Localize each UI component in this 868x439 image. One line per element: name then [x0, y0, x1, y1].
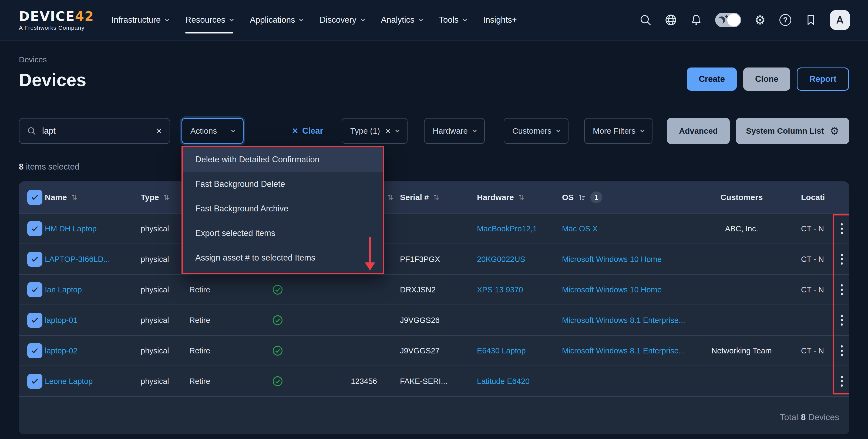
nav-resources[interactable]: Resources: [185, 0, 233, 40]
hero-buttons: Create Clone Report: [687, 67, 849, 91]
menu-item-delete-detailed[interactable]: Delete with Detailed Confirmation: [183, 147, 383, 172]
hardware-link[interactable]: MacBookPro12,1: [477, 224, 537, 233]
table-header-row: Name⇅ Type⇅ ⇅ Serial #⇅ Hardware⇅ OS 1 C…: [19, 182, 849, 214]
column-header-serial[interactable]: Serial #⇅: [400, 193, 439, 202]
user-avatar[interactable]: A: [830, 10, 850, 30]
table-row: laptop-01 physical Retire J9VGGS26 Micro…: [19, 305, 849, 336]
column-header-type[interactable]: Type⇅: [141, 193, 169, 202]
hardware-link[interactable]: 20KG0022US: [477, 255, 525, 263]
row-menu-kebab-icon[interactable]: [837, 312, 847, 329]
column-header-hardware[interactable]: Hardware⇅: [477, 193, 524, 202]
row-checkbox[interactable]: [27, 282, 42, 297]
os-sort-priority-badge: 1: [590, 191, 602, 203]
clone-button[interactable]: Clone: [743, 67, 790, 91]
search-icon[interactable]: [639, 13, 652, 27]
os-link[interactable]: Mac OS X: [562, 224, 598, 233]
clear-search-icon[interactable]: ×: [156, 126, 162, 136]
theme-toggle[interactable]: [715, 13, 741, 27]
os-link[interactable]: Microsoft Windows 10 Home: [562, 255, 662, 263]
nav-analytics[interactable]: Analytics: [381, 0, 423, 40]
device-search-input[interactable]: [42, 126, 150, 136]
system-column-list-button[interactable]: System Column List⚙: [736, 118, 849, 144]
device-name-link[interactable]: HM DH Laptop: [45, 224, 97, 233]
menu-item-assign-asset[interactable]: Assign asset # to selected Items: [183, 245, 383, 270]
chevron-down-icon: [463, 17, 467, 21]
row-checkbox[interactable]: [27, 343, 42, 358]
moon-icon: [718, 17, 725, 24]
device-search-box: ×: [19, 118, 170, 144]
clear-filters-link[interactable]: ×Clear: [292, 118, 323, 144]
menu-item-fast-delete[interactable]: Fast Background Delete: [183, 172, 383, 196]
devices-table: Name⇅ Type⇅ ⇅ Serial #⇅ Hardware⇅ OS 1 C…: [19, 182, 849, 434]
main-nav: Infrastructure Resources Applications Di…: [111, 0, 517, 40]
hardware-filter[interactable]: Hardware: [424, 118, 485, 144]
chevron-down-icon: [165, 17, 169, 21]
customers-filter[interactable]: Customers: [504, 118, 568, 144]
hardware-link[interactable]: XPS 13 9370: [477, 285, 523, 294]
type-filter[interactable]: Type (1)×: [342, 118, 407, 144]
device-name-link[interactable]: laptop-01: [45, 316, 78, 324]
table-row: laptop-02 physical Retire J9VGGS27 E6430…: [19, 336, 849, 366]
os-link[interactable]: Microsoft Windows 10 Home: [562, 285, 662, 294]
table-row: Leone Laptop physical Retire 123456 FAKE…: [19, 366, 849, 397]
nav-tools[interactable]: Tools: [439, 0, 466, 40]
row-checkbox[interactable]: [27, 252, 42, 267]
chevron-down-icon: [361, 17, 365, 21]
sort-icon: ⇅: [518, 193, 524, 201]
sort-icon: ⇅: [387, 193, 393, 201]
device-name-link[interactable]: LAPTOP-3I66LD...: [45, 255, 110, 263]
remove-type-filter-icon[interactable]: ×: [385, 127, 391, 135]
column-header-hidden-sort[interactable]: ⇅: [387, 193, 393, 201]
row-checkbox[interactable]: [27, 374, 42, 389]
verified-check-icon: [272, 314, 284, 326]
menu-item-fast-archive[interactable]: Fast Background Archive: [183, 196, 383, 221]
table-row: LAPTOP-3I66LD... physical PF1F3PGX 20KG0…: [19, 244, 849, 275]
actions-dropdown-button[interactable]: Actions: [182, 118, 244, 144]
menu-item-export[interactable]: Export selected items: [183, 221, 383, 245]
row-menu-kebab-icon[interactable]: [837, 220, 847, 237]
more-filters-button[interactable]: More Filters: [584, 118, 652, 144]
device-name-link[interactable]: laptop-02: [45, 346, 78, 355]
row-checkbox[interactable]: [27, 221, 42, 236]
help-icon[interactable]: ?: [779, 13, 792, 27]
navbar-icon-group: ⚙ ? A: [639, 10, 850, 30]
nav-applications[interactable]: Applications: [250, 0, 303, 40]
column-header-name[interactable]: Name⇅: [45, 193, 77, 202]
settings-gear-icon[interactable]: ⚙: [753, 13, 767, 27]
chevron-down-icon: [418, 17, 423, 21]
table-row: Ian Laptop physical Retire DRXJSN2 XPS 1…: [19, 275, 849, 305]
advanced-button[interactable]: Advanced: [667, 118, 730, 144]
column-header-customers[interactable]: Customers: [697, 193, 786, 202]
column-header-location[interactable]: Locati: [801, 193, 832, 202]
search-icon: [27, 126, 36, 135]
device42-logo[interactable]: DEVICE42 A Freshworks Company: [19, 10, 94, 31]
bookmark-icon[interactable]: [804, 13, 817, 27]
breadcrumb[interactable]: Devices: [19, 55, 47, 64]
os-link[interactable]: Microsoft Windows 8.1 Enterprise...: [562, 346, 685, 355]
column-header-os[interactable]: OS 1: [562, 191, 602, 203]
hardware-link[interactable]: Latitude E6420: [477, 377, 530, 385]
row-checkbox[interactable]: [27, 313, 42, 328]
verified-check-icon: [272, 345, 284, 357]
row-menu-kebab-icon[interactable]: [837, 342, 847, 359]
sort-icon: ⇅: [163, 193, 169, 201]
report-button[interactable]: Report: [797, 67, 849, 91]
row-menu-kebab-icon[interactable]: [837, 251, 847, 268]
device-name-link[interactable]: Leone Laptop: [45, 377, 93, 385]
hardware-link[interactable]: E6430 Laptop: [477, 346, 526, 355]
sort-icon: ⇅: [71, 193, 77, 201]
os-link[interactable]: Microsoft Windows 8.1 Enterprise...: [562, 316, 685, 324]
nav-infrastructure[interactable]: Infrastructure: [111, 0, 168, 40]
row-menu-kebab-icon[interactable]: [837, 281, 847, 298]
notifications-bell-icon[interactable]: [690, 13, 703, 27]
row-menu-kebab-icon[interactable]: [837, 373, 847, 390]
nav-discovery[interactable]: Discovery: [319, 0, 364, 40]
globe-icon[interactable]: [664, 13, 677, 27]
sort-icon: ⇅: [433, 193, 439, 201]
verified-check-icon: [272, 284, 284, 295]
chevron-down-icon: [229, 17, 234, 21]
create-button[interactable]: Create: [687, 67, 737, 91]
select-all-checkbox[interactable]: [27, 190, 42, 205]
nav-insights[interactable]: Insights+: [483, 0, 517, 40]
device-name-link[interactable]: Ian Laptop: [45, 285, 82, 294]
